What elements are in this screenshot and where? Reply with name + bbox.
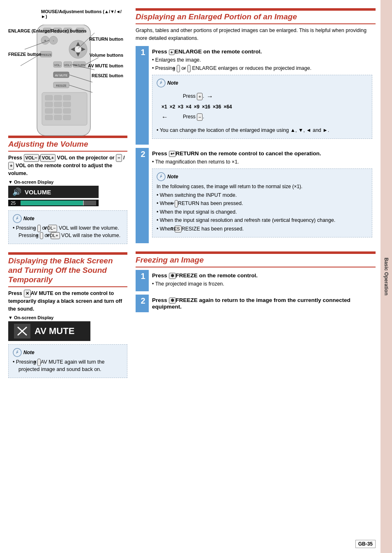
svg-rect-31: [45, 102, 53, 107]
step-2-note-item-5: When RESRESIZE has been pressed.: [157, 226, 368, 233]
freeze-step-1-bullets: The projected image is frozen.: [152, 281, 372, 288]
svg-line-52: [17, 350, 18, 351]
step-2-num: 2: [137, 148, 149, 243]
freeze-step-2-title: Press ❄FREEZE again to return to the ima…: [152, 297, 350, 310]
scale-items: ×1 ×2 ×3 ×4 ×9 ×16 ×36 ×64: [161, 103, 363, 111]
freeze-step-1-content: Press ❄FREEZE on the remote control. The…: [149, 270, 376, 291]
volume-bar-row: 25: [8, 200, 99, 206]
black-screen-bar: [8, 252, 127, 255]
black-screen-desc: Press ✕AV MUTE on the remote control to …: [8, 290, 127, 313]
step-2-note-item-1: When switching the INPUT mode.: [157, 192, 368, 199]
av-mute-x-icon: [14, 324, 30, 339]
enlarged-step-2: 2 Press ↩RETURN on the remote control to…: [136, 148, 376, 243]
note-pencil-icon-2: [13, 348, 22, 357]
remote-svg: + - FREEZE VOL- V: [12, 25, 119, 144]
av-mute-label: AV MUTE button: [88, 63, 123, 68]
step-1-note-content: Press +. → ×1 ×2 ×3 ×4 ×9 ×16: [157, 89, 368, 124]
volume-label: Volume buttons: [90, 53, 123, 58]
enlarged-portion-section: Displaying an Enlarged Portion of an Ima…: [136, 8, 376, 243]
page-number: GB-35: [355, 540, 376, 548]
volume-note-header: Note: [13, 214, 123, 223]
svg-rect-28: [45, 95, 53, 100]
svg-rect-38: [54, 115, 62, 120]
adjusting-volume-desc: Press VOL−/VOL+ VOL on the projector or …: [8, 154, 127, 177]
black-screen-title: Displaying the Black Screen and Turning …: [8, 256, 127, 287]
volume-bar-empty: [84, 200, 96, 205]
volume-display-box: 🔊 VOLUME: [8, 186, 99, 198]
step-1-num: 1: [137, 46, 149, 145]
svg-rect-39: [63, 115, 71, 120]
return-label: RETURN button: [89, 36, 123, 42]
svg-line-54: [161, 81, 162, 82]
step-2-note-item-2: When ↩RETURN has been pressed.: [157, 200, 368, 207]
freeze-step-1-bullet: The projected image is frozen.: [152, 281, 372, 288]
arrow-right-icon: →: [207, 92, 213, 101]
svg-rect-30: [63, 95, 71, 100]
step-1-note-header: Note: [157, 78, 368, 88]
black-screen-note-list: Pressing ✕AV MUTE again will turn the pr…: [13, 359, 123, 373]
svg-rect-35: [54, 108, 62, 113]
svg-text:RESIZE: RESIZE: [56, 84, 67, 87]
svg-rect-37: [45, 115, 53, 120]
freeze-step-2-num: 2: [137, 295, 149, 312]
step-1-bullets: Enlarges the image. Pressing + or − ENLA…: [152, 57, 372, 72]
enlarged-portion-desc: Graphs, tables and other portions of pro…: [136, 27, 376, 42]
black-screen-note-header: Note: [13, 348, 123, 357]
step-2-content: Press ↩RETURN on the remote control to c…: [149, 148, 376, 243]
step-1-note-bullets: You can change the location of the enlar…: [157, 127, 368, 134]
freeze-step-2-content: Press ❄FREEZE again to return to the ima…: [149, 295, 376, 312]
black-screen-onscreen-label: On-screen Display: [8, 315, 127, 320]
step-1-title: Press +ENLARGE on the remote control.: [152, 48, 262, 55]
svg-line-56: [161, 175, 162, 175]
volume-note-box: Note Pressing − or VOL− VOL will lower t…: [8, 210, 127, 244]
remote-diagram: MOUSE/Adjustment buttons (▲/▼/◄/►) + -: [8, 8, 123, 136]
enlarge-label: ENLARGE (Enlarge/Reduce) buttons: [8, 28, 87, 34]
volume-bar-fill: [21, 200, 84, 205]
volume-note-list: Pressing − or VOL− VOL will lower the vo…: [13, 225, 123, 239]
step-2-title: Press ↩RETURN on the remote control to c…: [152, 150, 321, 157]
av-mute-display-box: AV MUTE: [8, 321, 90, 341]
note-pencil-icon: [13, 214, 22, 223]
step-1-bullet-2: Pressing + or − ENLARGE enlarges or redu…: [152, 65, 372, 72]
side-tab: Basic Operation: [380, 0, 392, 553]
svg-rect-34: [45, 108, 53, 113]
black-screen-note-box: Note Pressing ✕AV MUTE again will turn t…: [8, 344, 127, 378]
step-1-bullet-1: Enlarges the image.: [152, 57, 372, 64]
volume-speaker-icon: 🔊: [12, 187, 21, 196]
svg-rect-36: [63, 108, 71, 113]
enlarged-portion-bar: [136, 8, 376, 11]
svg-rect-32: [54, 102, 62, 107]
step-2-note-item-3: When the input signal is changed.: [157, 209, 368, 216]
vol-plus-btn: VOL+: [40, 154, 55, 162]
freeze-label: FREEZE button: [8, 51, 42, 57]
svg-text:FREEZE: FREEZE: [40, 53, 52, 56]
note-pencil-icon-3: [157, 78, 166, 88]
volume-num: 25: [11, 200, 19, 205]
resize-label: RESIZE button: [92, 73, 123, 78]
av-mute-text: AV MUTE: [35, 326, 74, 336]
freeze-step-1-title: Press ❄FREEZE on the remote control.: [152, 272, 258, 279]
step-2-bullet-1: The magnification then returns to ×1.: [152, 159, 372, 166]
press-plus-row: Press +. →: [158, 92, 366, 101]
svg-text:VOL-: VOL-: [54, 64, 61, 67]
step-1-note-bullet: You can change the location of the enlar…: [157, 127, 368, 134]
freeze-step-1: 1 Press ❄FREEZE on the remote control. T…: [136, 270, 376, 291]
svg-line-48: [17, 217, 18, 217]
black-screen-note-item-1: Pressing ✕AV MUTE again will turn the pr…: [13, 359, 123, 373]
enlarged-step-1: 1 Press +ENLARGE on the remote control. …: [136, 46, 376, 145]
mouse-adj-label: MOUSE/Adjustment buttons (▲/▼/◄/►): [41, 9, 123, 19]
freezing-image-section: Freezing an Image 1 Press ❄FREEZE on the…: [136, 251, 376, 312]
vol-minus-remote: −: [116, 154, 122, 162]
arrow-left-icon: ←: [161, 112, 168, 122]
step-2-bullets: The magnification then returns to ×1.: [152, 159, 372, 166]
freeze-step-1-num: 1: [137, 270, 149, 291]
freeze-step-2: 2 Press ❄FREEZE again to return to the i…: [136, 295, 376, 312]
step-2-note-intro: In the following cases, the image will r…: [157, 183, 368, 190]
volume-text: VOLUME: [25, 189, 51, 196]
adjusting-volume-section: Adjusting the Volume Press VOL−/VOL+ VOL…: [8, 136, 127, 244]
svg-text:VOL+: VOL+: [64, 64, 71, 67]
step-1-content: Press +ENLARGE on the remote control. En…: [149, 46, 376, 145]
svg-text:AV MUTE: AV MUTE: [55, 74, 68, 77]
svg-text:-: -: [53, 39, 54, 43]
svg-point-14: [75, 46, 81, 53]
